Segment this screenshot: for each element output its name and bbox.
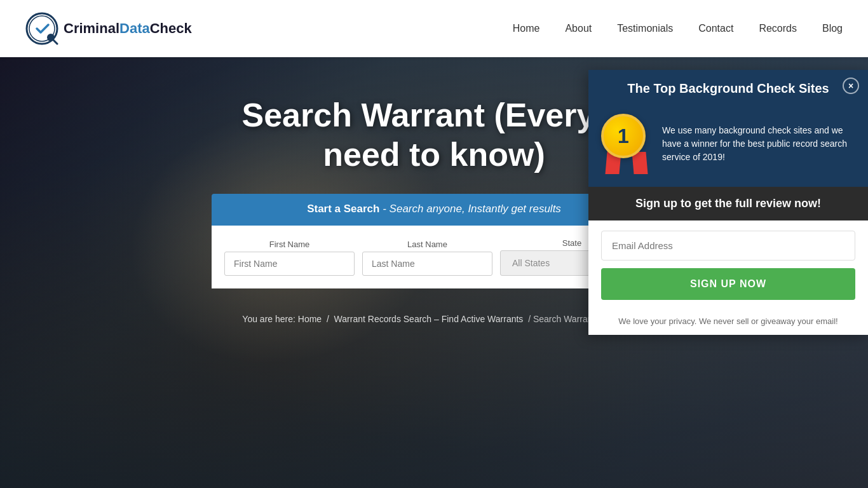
search-bar-title: Start a Search - Search anyone, Instantl… — [224, 203, 644, 215]
last-name-input[interactable] — [362, 252, 492, 276]
popup-privacy-text: We love your privacy. We never sell or g… — [588, 310, 868, 335]
first-name-field-group: First Name — [224, 240, 355, 276]
first-name-label: First Name — [224, 240, 355, 249]
svg-line-3 — [53, 40, 57, 44]
logo-text: CriminalDataCheck — [64, 20, 192, 37]
medal-number: 1 — [601, 114, 646, 158]
breadcrumb-home[interactable]: Home — [298, 314, 322, 324]
nav-contact[interactable]: Contact — [698, 23, 733, 34]
popup-award-text: We use many background check sites and w… — [662, 124, 855, 164]
popup-title: The Top Background Check Sites — [627, 81, 829, 95]
popup-award-section: 1 We use many background check sites and… — [588, 107, 868, 187]
popup-signup-button[interactable]: SIGN UP NOW — [601, 268, 855, 300]
last-name-label: Last Name — [362, 240, 492, 249]
site-header: CriminalDataCheck Home About Testimonial… — [0, 0, 868, 57]
popup-email-input[interactable] — [601, 231, 855, 261]
award-medal: 1 — [601, 114, 652, 174]
breadcrumb-prefix: You are here: — [242, 314, 295, 324]
logo-icon — [25, 12, 58, 45]
nav-testimonials[interactable]: Testimonials — [617, 23, 673, 34]
nav-records[interactable]: Records — [759, 23, 797, 34]
popup-signup-title: Sign up to get the full review now! — [601, 197, 855, 210]
popup-form: SIGN UP NOW — [588, 220, 868, 310]
nav-about[interactable]: About — [565, 23, 592, 34]
nav-home[interactable]: Home — [513, 23, 540, 34]
first-name-input[interactable] — [224, 252, 355, 276]
popup-header: The Top Background Check Sites × — [588, 70, 868, 107]
popup-close-button[interactable]: × — [843, 78, 859, 94]
breadcrumb-warrants[interactable]: Warrant Records Search – Find Active War… — [334, 314, 524, 324]
popup-modal: The Top Background Check Sites × 1 We us… — [588, 70, 868, 335]
last-name-field-group: Last Name — [362, 240, 492, 276]
main-nav: Home About Testimonials Contact Records … — [513, 23, 843, 34]
nav-blog[interactable]: Blog — [822, 23, 843, 34]
logo[interactable]: CriminalDataCheck — [25, 12, 192, 45]
popup-signup-section: Sign up to get the full review now! — [588, 187, 868, 220]
